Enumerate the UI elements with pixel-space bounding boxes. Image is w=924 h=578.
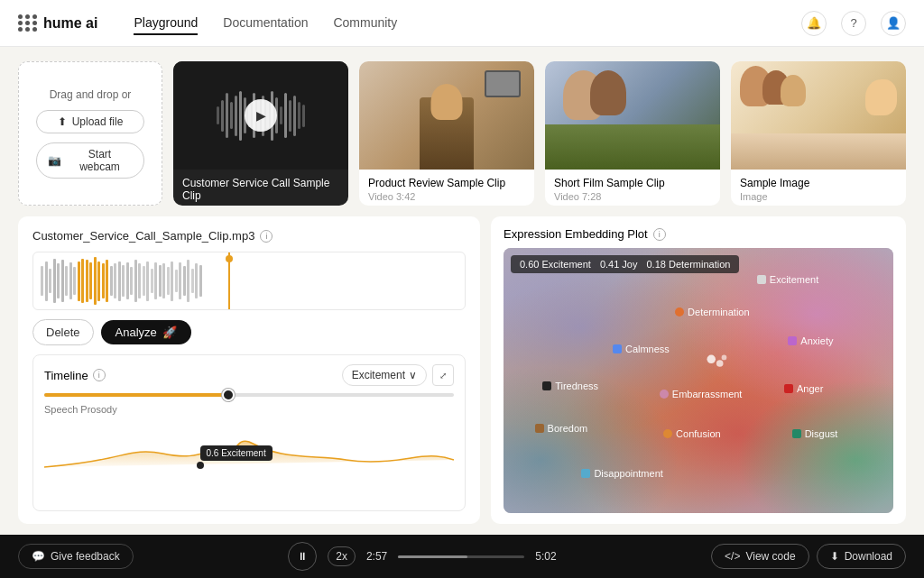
webcam-icon: 📷 (48, 154, 61, 167)
svg-point-10 (716, 360, 724, 367)
start-webcam-button[interactable]: 📷 Start webcam (36, 142, 144, 179)
clip-meta-2: Video 7:28 (554, 191, 711, 202)
emotion-label-tiredness: Tiredness (542, 381, 598, 391)
emotion-label-determination: Determination (675, 307, 749, 317)
main-nav: Playground Documentation Community (134, 12, 801, 35)
svg-point-9 (707, 355, 715, 363)
header: hume ai Playground Documentation Communi… (0, 0, 924, 47)
emotion-label-boredom: Boredom (535, 423, 588, 434)
total-time: 5:02 (535, 550, 556, 563)
clip-title-3: Sample Image (740, 177, 897, 189)
play-button-overlay[interactable]: ▶ (245, 99, 277, 132)
analyze-rocket-icon: 🚀 (162, 326, 177, 339)
emotion-label-disappointment: Disappointment (581, 468, 662, 479)
clips-row: Drag and drop or ⬆ Upload file 📷 Start w… (0, 47, 924, 216)
progress-fill (398, 555, 467, 558)
clip-thumb-2 (545, 61, 720, 170)
emotion-label-anger: Anger (784, 383, 823, 394)
main-content: Drag and drop or ⬆ Upload file 📷 Start w… (0, 47, 924, 535)
slider-thumb[interactable] (222, 389, 235, 401)
playhead (228, 252, 230, 309)
current-time: 2:57 (366, 550, 387, 563)
clip-info-3: Sample Image Image (731, 170, 906, 206)
analysis-row: Customer_Service_Call_Sample_Clip.mp3 i (0, 216, 924, 535)
emotion-label-disgust: Disgust (792, 428, 838, 439)
file-name: Customer_Service_Call_Sample_Clip.mp3 (32, 229, 254, 243)
expand-icon[interactable]: ⤢ (432, 364, 454, 386)
download-icon: ⬇ (830, 550, 839, 563)
chart-tooltip: 0.6 Excitement (200, 445, 273, 461)
upload-card[interactable]: Drag and drop or ⬆ Upload file 📷 Start w… (18, 61, 162, 206)
timeline-controls: Excitement ∨ ⤢ (342, 364, 454, 386)
notification-icon[interactable]: 🔔 (801, 11, 827, 36)
slider-row (44, 393, 454, 397)
feedback-button[interactable]: 💬 Give feedback (18, 544, 134, 569)
nav-documentation[interactable]: Documentation (223, 12, 308, 35)
file-info-icon[interactable]: i (260, 230, 273, 243)
help-icon[interactable]: ? (841, 11, 866, 36)
view-code-button[interactable]: </> View code (711, 544, 809, 569)
right-panel: Expression Embedding Plot i (491, 216, 906, 524)
clip-meta-0: Audio 5:02 (182, 204, 339, 206)
progress-track[interactable] (398, 555, 524, 558)
top-emotion-determination: 0.18 Determination (646, 259, 730, 270)
emotion-label-calmness: Calmness (613, 344, 670, 354)
waveform-bars (41, 256, 457, 306)
clip-title-2: Short Film Sample Clip (554, 177, 711, 189)
clip-title-0: Customer Service Call Sample Clip (182, 177, 339, 202)
clip-thumb-3 (731, 61, 906, 170)
slider-fill (44, 393, 228, 397)
user-icon[interactable]: 👤 (881, 11, 906, 36)
chevron-down-icon: ∨ (409, 369, 417, 381)
clip-card-2[interactable]: Short Film Sample Clip Video 7:28 (545, 61, 720, 206)
plot-info-icon[interactable]: i (653, 228, 666, 241)
upload-drag-label: Drag and drop or (50, 88, 132, 101)
plot-area: 0.60 Excitement 0.41 Joy 0.18 Determinat… (504, 248, 893, 513)
clip-info-0: Customer Service Call Sample Clip Audio … (173, 170, 348, 206)
download-button[interactable]: ⬇ Download (817, 544, 906, 569)
chart-dot (197, 462, 204, 469)
upload-file-button[interactable]: ⬆ Upload file (36, 110, 144, 133)
timeline-slider[interactable] (44, 393, 454, 397)
clip-card-0[interactable]: ▶ Customer Service Call Sample Clip Audi… (173, 61, 348, 206)
clip-meta-3: Image (740, 191, 897, 202)
bottom-right: </> View code ⬇ Download (711, 544, 906, 569)
timeline-header: Timeline i Excitement ∨ ⤢ (44, 364, 454, 386)
clip-info-1: Product Review Sample Clip Video 3:42 (359, 170, 534, 206)
speech-prosody-label: Speech Prosody (44, 404, 454, 415)
bottom-center: ⏸ 2x 2:57 5:02 (144, 542, 700, 571)
clip-card-1[interactable]: Product Review Sample Clip Video 3:42 (359, 61, 534, 206)
clip-thumb-audio: ▶ (173, 61, 348, 170)
nav-community[interactable]: Community (333, 12, 397, 35)
svg-point-11 (722, 355, 727, 361)
analyze-button[interactable]: Analyze 🚀 (101, 320, 191, 344)
emotion-label-confusion: Confusion (663, 428, 721, 439)
emotion-label-anxiety: Anxiety (788, 335, 833, 346)
top-emotion-excitement: 0.60 Excitement (520, 259, 591, 270)
timeline-label: Timeline i (44, 369, 106, 382)
clip-meta-1: Video 3:42 (368, 191, 525, 202)
left-panel: Customer_Service_Call_Sample_Clip.mp3 i (18, 216, 480, 524)
logo-icon (18, 14, 38, 32)
clip-thumb-1 (359, 61, 534, 170)
nav-playground[interactable]: Playground (134, 12, 198, 35)
timeline-section: Timeline i Excitement ∨ ⤢ (32, 354, 466, 511)
waveform-container[interactable] (32, 252, 466, 310)
header-icons: 🔔 ? 👤 (801, 11, 906, 36)
mini-chart: 0.6 Excitement (44, 422, 454, 501)
play-pause-button[interactable]: ⏸ (288, 542, 317, 571)
plot-top-bar: 0.60 Excitement 0.41 Joy 0.18 Determinat… (511, 255, 739, 273)
logo: hume ai (18, 14, 97, 32)
emotion-label-embarrassment: Embarrassment (660, 389, 743, 399)
emotion-label-excitement: Excitement (757, 274, 818, 285)
clip-card-3[interactable]: Sample Image Image (731, 61, 906, 206)
logo-text: hume ai (43, 15, 97, 32)
delete-button[interactable]: Delete (32, 319, 94, 345)
emotion-select[interactable]: Excitement ∨ (342, 364, 427, 386)
plot-header: Expression Embedding Plot i (504, 227, 893, 241)
speed-badge[interactable]: 2x (328, 546, 356, 566)
clip-title-1: Product Review Sample Clip (368, 177, 525, 189)
bottom-bar: 💬 Give feedback ⏸ 2x 2:57 5:02 </> View … (0, 535, 924, 578)
top-emotion-joy: 0.41 Joy (600, 259, 638, 270)
timeline-info-icon[interactable]: i (93, 369, 106, 381)
